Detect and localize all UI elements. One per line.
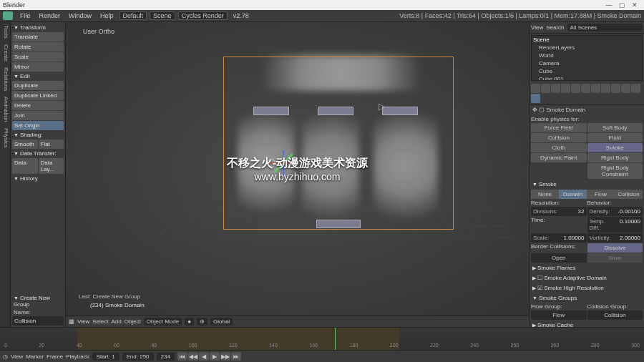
tab-relations[interactable]: Relations xyxy=(0,64,10,94)
pivot-selector[interactable]: ⊕ xyxy=(197,318,208,326)
menu-help[interactable]: Help xyxy=(96,12,118,19)
smoke-section-header[interactable]: Smoke xyxy=(531,180,643,189)
engine-selector[interactable]: Cycles Render xyxy=(178,11,228,20)
outliner-filter[interactable]: All Scenes xyxy=(567,24,643,31)
current-frame-field[interactable]: 234 xyxy=(157,353,175,361)
layout-selector[interactable]: Default xyxy=(119,11,147,20)
smoke-type-collision[interactable]: Collision xyxy=(615,190,643,199)
scale-field[interactable]: Scale:1.00000 xyxy=(531,233,587,243)
smoke-type-flow[interactable]: Flow xyxy=(587,190,615,199)
collision-toggle[interactable]: Collision xyxy=(531,133,587,142)
menu-window[interactable]: Window xyxy=(64,12,96,19)
tl-menu-frame[interactable]: Frame xyxy=(47,353,63,360)
tl-menu-view[interactable]: View xyxy=(11,353,23,360)
outliner-item[interactable]: World xyxy=(532,52,642,59)
orientation-selector[interactable]: Global xyxy=(210,318,233,326)
window-close-button[interactable]: ✕ xyxy=(628,1,641,9)
outliner-item[interactable]: RenderLayers xyxy=(532,44,642,52)
translate-button[interactable]: Translate xyxy=(12,32,64,41)
vp-menu-select[interactable]: Select xyxy=(92,318,108,325)
tab-create[interactable]: Create xyxy=(0,41,10,64)
outliner-item[interactable]: Cube.001 xyxy=(532,75,642,81)
outliner-menu-view[interactable]: View xyxy=(531,24,543,31)
menu-render[interactable]: Render xyxy=(35,12,65,19)
slow-toggle[interactable]: Slow xyxy=(587,253,643,263)
prop-tab-object-icon[interactable] xyxy=(571,84,580,93)
prev-keyframe-button[interactable]: ◀◀ xyxy=(188,352,198,361)
play-button[interactable]: ▶ xyxy=(210,352,220,361)
prop-tab-texture-icon[interactable] xyxy=(621,84,630,93)
duplicate-button[interactable]: Duplicate xyxy=(12,81,64,90)
prop-tab-world-icon[interactable] xyxy=(561,84,570,93)
cloth-toggle[interactable]: Cloth xyxy=(531,143,587,152)
outliner-item[interactable]: Camera xyxy=(532,59,642,67)
play-reverse-button[interactable]: ◀ xyxy=(199,352,209,361)
smoke-adaptive-header[interactable]: ☐ Smoke Adaptive Domain xyxy=(531,273,643,283)
history-header[interactable]: History xyxy=(12,175,64,182)
prop-tab-layers-icon[interactable] xyxy=(541,84,550,93)
next-keyframe-button[interactable]: ▶▶ xyxy=(220,352,230,361)
group-name-field[interactable]: Collision xyxy=(12,316,64,326)
join-button[interactable]: Join xyxy=(12,111,64,120)
set-origin-button[interactable]: Set Origin xyxy=(12,121,64,130)
data-button[interactable]: Data xyxy=(12,158,38,174)
prop-tab-data-icon[interactable] xyxy=(601,84,610,93)
prop-tab-material-icon[interactable] xyxy=(611,84,620,93)
outliner-menu-search[interactable]: Search xyxy=(546,24,564,31)
mode-selector[interactable]: Object Mode xyxy=(144,318,182,326)
vp-menu-view[interactable]: View xyxy=(77,318,89,325)
prop-tab-render-icon[interactable] xyxy=(531,84,540,93)
end-frame-field[interactable]: End: 250 xyxy=(122,353,154,361)
jump-end-button[interactable]: ⏭ xyxy=(231,352,241,361)
vp-menu-add[interactable]: Add xyxy=(111,318,121,325)
prop-tab-particles-icon[interactable] xyxy=(631,84,640,93)
smoke-hires-header[interactable]: ☑ Smoke High Resolution xyxy=(531,283,643,293)
scene-selector[interactable]: Scene xyxy=(150,11,175,20)
rigid-constraint-toggle[interactable]: Rigid Body Constraint xyxy=(587,163,643,179)
editor-type-icon[interactable]: ▦ xyxy=(69,318,74,325)
flow-group-field[interactable]: Flow xyxy=(531,310,587,320)
datablock-name[interactable]: ✥ ▢ Smoke Domain xyxy=(530,105,644,114)
menu-file[interactable]: File xyxy=(16,12,35,19)
tab-animation[interactable]: Animation xyxy=(0,94,10,125)
duplicate-linked-button[interactable]: Duplicate Linked xyxy=(12,91,64,100)
soft-body-toggle[interactable]: Soft Body xyxy=(587,123,643,132)
timeline-track[interactable]: 02040 6080100 120140160 180200220 240250… xyxy=(0,328,644,350)
prop-tab-modifiers-icon[interactable] xyxy=(591,84,600,93)
tab-tools[interactable]: Tools xyxy=(0,22,10,41)
outliner-item[interactable]: Cube xyxy=(532,67,642,75)
shade-flat-button[interactable]: Flat xyxy=(39,140,64,149)
window-minimize-button[interactable]: — xyxy=(602,1,615,9)
dissolve-toggle[interactable]: Dissolve xyxy=(587,243,643,253)
smoke-toggle[interactable]: Smoke xyxy=(587,143,643,152)
jump-start-button[interactable]: ⏮ xyxy=(177,352,187,361)
prop-tab-physics-icon[interactable] xyxy=(531,94,540,103)
collision-group-field[interactable]: Collision xyxy=(587,310,643,320)
smoke-type-domain[interactable]: Domain xyxy=(559,190,587,199)
edit-header[interactable]: Edit xyxy=(12,72,64,80)
prop-tab-constraints-icon[interactable] xyxy=(581,84,590,93)
force-field-toggle[interactable]: Force Field xyxy=(531,123,587,132)
scale-button[interactable]: Scale xyxy=(12,52,64,62)
tl-menu-marker[interactable]: Marker xyxy=(26,353,44,360)
viewport-shading[interactable]: ● xyxy=(185,318,194,326)
temp-diff-field[interactable]: Temp. Diff.:0.10000 xyxy=(587,217,643,233)
window-maximize-button[interactable]: ▢ xyxy=(615,1,628,9)
tab-physics[interactable]: Physics xyxy=(0,125,10,151)
vp-menu-object[interactable]: Object xyxy=(125,318,141,325)
transform-header[interactable]: Transform xyxy=(12,24,64,31)
delete-button[interactable]: Delete xyxy=(12,101,64,110)
rotate-button[interactable]: Rotate xyxy=(12,42,64,52)
divisions-field[interactable]: Divisions:32 xyxy=(531,207,587,216)
timeline-editor-icon[interactable]: ◷ xyxy=(3,353,8,360)
fluid-toggle[interactable]: Fluid xyxy=(587,133,643,142)
smoke-flames-header[interactable]: Smoke Flames xyxy=(531,263,643,273)
smoke-groups-header[interactable]: Smoke Groups xyxy=(531,293,643,303)
tl-menu-playback[interactable]: Playback xyxy=(66,353,89,360)
outliner[interactable]: Scene RenderLayers World Camera Cube Cub… xyxy=(531,35,643,81)
density-field[interactable]: Density:-0.00100 xyxy=(587,207,643,216)
shade-smooth-button[interactable]: Smooth xyxy=(12,140,38,149)
smoke-cache-header[interactable]: Smoke Cache xyxy=(531,321,643,327)
mirror-button[interactable]: Mirror xyxy=(12,62,64,72)
viewport-3d[interactable]: User Ortho ▷ xyxy=(66,22,529,315)
